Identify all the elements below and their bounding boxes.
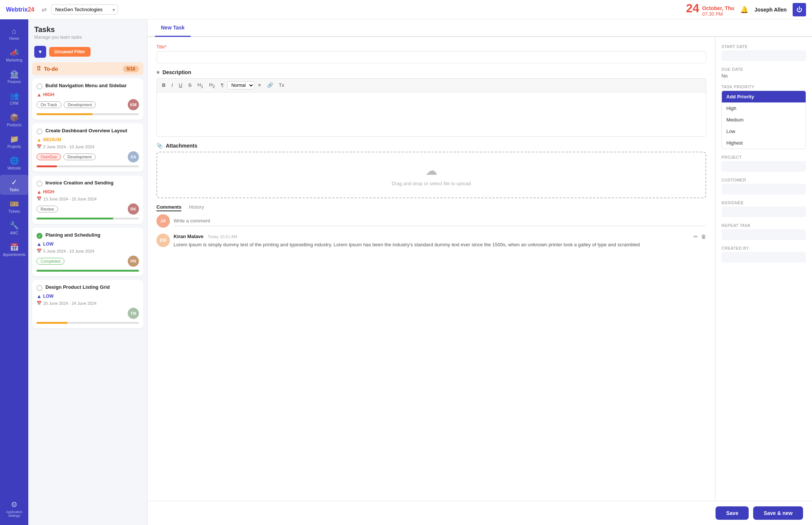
sidebar-label-marketing: Marketing bbox=[6, 58, 22, 62]
priority-dropdown-header[interactable]: Add Priority bbox=[722, 91, 806, 102]
sidebar-item-appointments[interactable]: 📅 Appointments bbox=[0, 240, 28, 260]
priority-option-high[interactable]: High bbox=[722, 102, 806, 114]
unsaved-filter-button[interactable]: Unsaved Filter bbox=[49, 47, 91, 57]
project-input[interactable] bbox=[721, 161, 806, 172]
priority-option-highest[interactable]: Highest bbox=[722, 137, 806, 149]
created-input[interactable] bbox=[721, 252, 806, 263]
sidebar-item-tasks[interactable]: ✓ Tasks bbox=[0, 175, 28, 195]
sidebar-item-website[interactable]: 🌐 Website bbox=[0, 153, 28, 173]
title-input[interactable] bbox=[156, 51, 706, 63]
date-month: October, Thu bbox=[702, 5, 734, 11]
repeat-input[interactable] bbox=[721, 229, 806, 240]
task-card-3-title: Invoice Creation and Sending bbox=[45, 180, 114, 186]
sidebar-item-projects[interactable]: 📁 Projects bbox=[0, 132, 28, 152]
comment-time: Today 10:21 AM bbox=[208, 234, 237, 239]
title-label: Title* bbox=[156, 44, 706, 50]
task-card-3-header: Invoice Creation and Sending bbox=[37, 180, 139, 187]
toolbar-h2[interactable]: H2 bbox=[207, 81, 217, 90]
calendar-icon-2: 📅 bbox=[37, 144, 42, 149]
filter-button[interactable]: ▼ bbox=[34, 46, 46, 58]
date-text-2: 2 June 2024 - 10 June 2024 bbox=[43, 145, 94, 149]
task-card-1[interactable]: Build Navigation Menu and Sidebar ▲ HIGH… bbox=[32, 78, 143, 120]
comment-author: Kiran Malave bbox=[174, 234, 203, 239]
task-circle-4[interactable]: ✓ bbox=[37, 233, 42, 239]
toolbar-h1[interactable]: H1 bbox=[195, 81, 205, 90]
sidebar-item-amc[interactable]: 🔧 AMC bbox=[0, 218, 28, 238]
date-text-4: 5 June 2024 - 10 June 2024 bbox=[43, 249, 94, 253]
column-header-todo: ⠿ To-do 5/10 bbox=[32, 62, 143, 75]
sidebar-item-products[interactable]: 📦 Products bbox=[0, 110, 28, 130]
description-editor[interactable] bbox=[156, 92, 706, 137]
task-card-3-date: 📅 13 June 2024 - 15 June 2024 bbox=[37, 196, 139, 201]
task-circle-3[interactable] bbox=[37, 181, 42, 187]
task-circle-2[interactable] bbox=[37, 129, 42, 135]
description-section: ≡ Description B I U S H1 H2 ¶ Normal bbox=[156, 69, 706, 137]
sidebar: ⌂ Home 📣 Marketing 🏦 Finance 👥 CRM 📦 Pro… bbox=[0, 19, 28, 525]
task-card-4-tags: Completed PR bbox=[37, 256, 139, 267]
toolbar-align[interactable]: ≡ bbox=[256, 81, 263, 89]
comment-delete-button[interactable]: 🗑 bbox=[701, 234, 706, 240]
date-info: October, Thu 07.30 PM bbox=[702, 5, 734, 17]
toolbar-italic[interactable]: I bbox=[169, 81, 175, 89]
sidebar-item-crm[interactable]: 👥 CRM bbox=[0, 88, 28, 108]
priority-option-low[interactable]: Low bbox=[722, 126, 806, 137]
toolbar-paragraph[interactable]: ¶ bbox=[219, 81, 226, 89]
avatar-circle-5: TM bbox=[128, 308, 139, 319]
task-card-3[interactable]: Invoice Creation and Sending ▲ HIGH 📅 13… bbox=[32, 175, 143, 224]
save-new-button[interactable]: Save & new bbox=[753, 506, 803, 520]
avatar-4: PR bbox=[128, 256, 139, 267]
tab-history[interactable]: History bbox=[189, 204, 204, 211]
topnav: Webtrix24 ⇄ NexGen Technologies 24 Octob… bbox=[0, 0, 812, 19]
toolbar-bold[interactable]: B bbox=[160, 81, 168, 89]
tab-comments[interactable]: Comments bbox=[156, 204, 181, 211]
sidebar-item-tickets[interactable]: 🎫 Tickets bbox=[0, 196, 28, 216]
tab-new-task[interactable]: New Task bbox=[155, 19, 191, 37]
task-detail-body: Title* ≡ Description B I U S H1 bbox=[148, 37, 812, 501]
task-circle-1[interactable] bbox=[37, 83, 42, 89]
toolbar-underline[interactable]: U bbox=[177, 81, 184, 89]
task-list: Build Navigation Menu and Sidebar ▲ HIGH… bbox=[28, 78, 147, 525]
avatar-circle-2: SA bbox=[128, 151, 139, 162]
toolbar-clear[interactable]: Tx bbox=[277, 81, 286, 89]
comment-km-avatar: KM bbox=[156, 234, 170, 247]
toolbar-strikethrough[interactable]: S bbox=[186, 81, 194, 89]
progress-fill-5 bbox=[37, 322, 67, 324]
customer-input[interactable] bbox=[721, 184, 806, 194]
toolbar-format-select[interactable]: Normal bbox=[227, 81, 254, 89]
task-card-5-tags: TM bbox=[37, 308, 139, 319]
power-button[interactable]: ⏻ bbox=[793, 3, 806, 16]
priority-label-4: LOW bbox=[43, 241, 54, 247]
comment-author-block: Kiran Malave Today 10:21 AM bbox=[174, 234, 237, 239]
task-card-2[interactable]: Create Dashboard Overview Layout ▲ MEDIU… bbox=[32, 123, 143, 172]
toolbar-link[interactable]: 🔗 bbox=[265, 81, 275, 89]
task-card-5[interactable]: Design Product Listing Grid ▲ LOW 📅 20 J… bbox=[32, 280, 143, 328]
task-card-1-priority-row: ▲ HIGH bbox=[37, 92, 139, 98]
sidebar-label-amc: AMC bbox=[10, 231, 18, 235]
start-date-input[interactable] bbox=[721, 50, 806, 61]
sidebar-item-marketing[interactable]: 📣 Marketing bbox=[0, 45, 28, 65]
assignee-input[interactable] bbox=[721, 206, 806, 217]
progress-fill-3 bbox=[37, 218, 113, 219]
sidebar-item-settings[interactable]: ⚙ Application Settings bbox=[0, 497, 28, 521]
priority-option-medium[interactable]: Medium bbox=[722, 114, 806, 126]
task-circle-5[interactable] bbox=[37, 285, 42, 291]
projects-icon: 📁 bbox=[10, 135, 19, 143]
date-block: 24 October, Thu 07.30 PM bbox=[686, 2, 735, 17]
task-card-4[interactable]: ✓ Planing and Scheduling ▲ LOW 📅 5 June … bbox=[32, 228, 143, 276]
task-card-3-tags: Review RK bbox=[37, 203, 139, 215]
comment-input[interactable] bbox=[174, 216, 706, 226]
company-selector[interactable]: NexGen Technologies bbox=[51, 4, 118, 15]
sidebar-item-finance[interactable]: 🏦 Finance bbox=[0, 67, 28, 87]
task-card-4-title: Planing and Scheduling bbox=[45, 232, 100, 238]
task-card-5-header: Design Product Listing Grid bbox=[37, 284, 139, 291]
title-field: Title* bbox=[156, 44, 706, 63]
drop-zone[interactable]: ☁ Drag and drop or select file to upload bbox=[156, 152, 706, 198]
priority-field-label: Task Priority bbox=[721, 85, 806, 89]
nav-arrows-icon[interactable]: ⇄ bbox=[42, 6, 47, 13]
save-button[interactable]: Save bbox=[716, 506, 749, 520]
company-dropdown[interactable]: NexGen Technologies bbox=[51, 4, 118, 15]
sidebar-item-home[interactable]: ⌂ Home bbox=[0, 24, 28, 44]
comment-edit-button[interactable]: ✏ bbox=[694, 234, 698, 240]
description-label: ≡ Description bbox=[156, 69, 706, 75]
bell-icon[interactable]: 🔔 bbox=[740, 6, 748, 14]
